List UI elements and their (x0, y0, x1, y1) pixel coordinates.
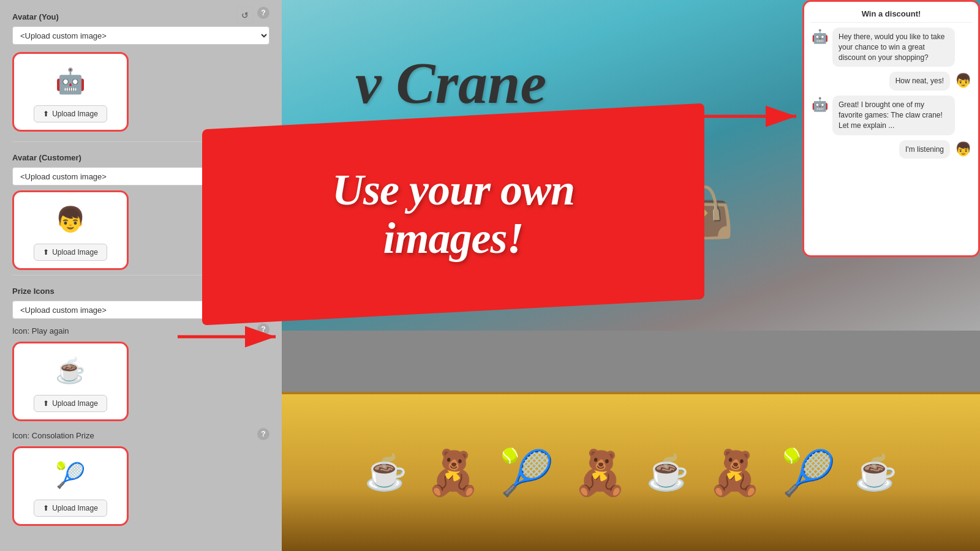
chat-avatar-user-1: 👦 (954, 72, 972, 90)
chat-bubble-3: I'm listening (899, 140, 950, 159)
chat-bubble-1: How neat, yes! (889, 72, 950, 91)
game-strip: ☕ 🧸 🎾 🧸 ☕ 🧸 🎾 ☕ (282, 392, 980, 551)
avatar-you-refresh-btn[interactable]: ↺ (236, 7, 254, 24)
consolation-label: Icon: Consolation Prize (12, 431, 94, 440)
avatar-customer-preview: 👦 (51, 200, 90, 239)
chat-bubble-0: Hey there, would you like to take your c… (832, 28, 955, 67)
avatar-you-upload-btn[interactable]: ⬆ Upload Image (34, 105, 107, 122)
avatar-you-label: Avatar (You) (12, 12, 59, 21)
consolation-upload-btn[interactable]: ⬆ Upload Image (34, 500, 107, 517)
chat-window: Win a discount! 🤖 Hey there, would you l… (802, 0, 980, 257)
chat-msg-0: 🤖 Hey there, would you like to take your… (810, 28, 972, 67)
chat-title: Win a discount! (810, 8, 972, 23)
game-item-tennis-2: 🎾 (781, 447, 836, 499)
chat-msg-2: 🤖 Great! I brought one of my favorite ga… (810, 96, 972, 135)
game-item-char-3: 🧸 (707, 447, 763, 499)
upload-icon-you: ⬆ (43, 110, 49, 118)
play-again-label: Icon: Play again (12, 326, 69, 335)
chat-avatar-bot-0: 🤖 (810, 28, 829, 46)
chat-msg-3: 👦 I'm listening (810, 140, 972, 159)
avatar-you-help-icon[interactable]: ? (257, 7, 270, 19)
avatar-you-upload-card: 🤖 ⬆ Upload Image (12, 52, 129, 132)
promo-text: Use your own images! (332, 166, 575, 263)
play-again-upload-card: ☕ ⬆ Upload Image (12, 342, 129, 421)
chat-avatar-bot-2: 🤖 (810, 96, 829, 114)
chat-avatar-user-3: 👦 (954, 140, 972, 159)
consolation-preview: 🎾 (51, 455, 90, 495)
prize-icons-label: Prize Icons (12, 287, 55, 296)
right-arrow-svg (686, 98, 809, 135)
avatar-you-select[interactable]: <Upload custom image> (12, 26, 270, 45)
chat-bubble-2: Great! I brought one of my favorite game… (832, 96, 955, 135)
consolation-row: Icon: Consolation Prize ? (12, 426, 270, 441)
crane-title: v Crane (355, 49, 546, 117)
game-item-teacup-2: ☕ (646, 452, 689, 493)
avatar-you-preview: 🤖 (51, 61, 90, 100)
upload-icon-consolation: ⬆ (43, 504, 49, 512)
avatar-customer-upload-btn[interactable]: ⬆ Upload Image (34, 244, 107, 261)
game-item-char-2: 🧸 (573, 447, 628, 499)
play-again-upload-btn[interactable]: ⬆ Upload Image (34, 395, 107, 412)
promo-banner: Use your own images! (202, 103, 704, 326)
upload-icon-play: ⬆ (43, 399, 49, 408)
game-item-teacup-3: ☕ (854, 452, 897, 493)
play-again-preview: ☕ (51, 351, 90, 390)
consolation-help-icon[interactable]: ? (257, 428, 270, 440)
left-arrow-svg (178, 318, 288, 355)
avatar-customer-label: Avatar (Customer) (12, 153, 81, 162)
avatar-you-select-row: <Upload custom image> (12, 26, 270, 45)
chat-msg-1: 👦 How neat, yes! (810, 72, 972, 91)
game-item-char-1: 🧸 (426, 447, 481, 499)
game-item-teacup-1: ☕ (364, 452, 407, 493)
avatar-you-row: Avatar (You) ↺ ? (12, 6, 270, 24)
game-item-tennis-1: 🎾 (499, 447, 554, 499)
upload-icon-customer: ⬆ (43, 248, 49, 257)
avatar-customer-upload-card: 👦 ⬆ Upload Image (12, 190, 129, 270)
consolation-upload-card: 🎾 ⬆ Upload Image (12, 446, 129, 526)
